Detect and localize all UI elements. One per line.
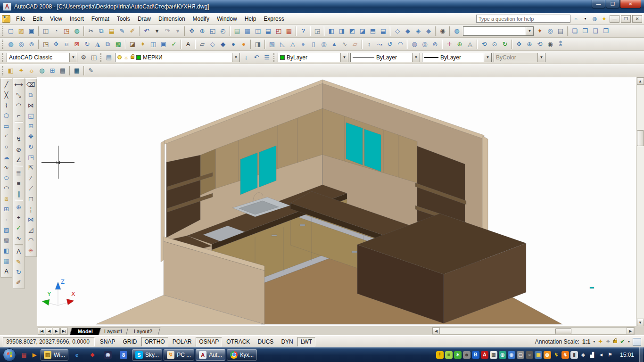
menu-modify[interactable]: Modify	[189, 14, 213, 24]
tray-notes-icon[interactable]: ≡	[445, 351, 453, 359]
annotation-visibility-icon[interactable]: ✦	[598, 338, 603, 345]
menu-draw[interactable]: Draw	[134, 14, 155, 24]
taper-faces-icon[interactable]: ◮	[92, 39, 103, 49]
line-icon[interactable]: ╱	[1, 79, 12, 90]
dim-arc-length-icon[interactable]: ◠	[14, 100, 24, 110]
move-icon[interactable]: ✥	[26, 131, 36, 141]
view-right-icon[interactable]: ◪	[357, 26, 368, 36]
combo-arrow-icon[interactable]: ▼	[412, 53, 420, 62]
cylinder-icon[interactable]: ▯	[308, 39, 319, 49]
revcloud-icon[interactable]: ☁	[1, 152, 12, 162]
toolbar-grip[interactable]	[273, 53, 275, 62]
advanced-render-settings-icon[interactable]: ▤	[58, 66, 68, 76]
coordinate-display[interactable]: 39508.8027, 20327.9696, 0.0000	[3, 337, 95, 346]
layer-previous-icon[interactable]: ↶	[251, 52, 262, 63]
3d-pan-icon[interactable]: ✥	[514, 39, 524, 49]
clean-icon[interactable]: ✦	[138, 39, 148, 49]
paste-icon[interactable]: ⬓	[107, 26, 117, 36]
combo-arrow-icon[interactable]: ▼	[232, 53, 239, 62]
close-button[interactable]: ✕	[620, 0, 641, 8]
plot-preview-icon[interactable]: ◔	[51, 26, 61, 36]
vs-2d-wireframe-icon[interactable]: ▱	[197, 39, 207, 49]
table-icon[interactable]: ▦	[1, 255, 12, 266]
quickcalc-icon[interactable]: ▦	[284, 26, 294, 36]
toggle-snap[interactable]: SNAP	[97, 337, 119, 346]
designcenter-icon[interactable]: ▦	[242, 26, 253, 36]
center-mark-icon[interactable]: +	[14, 212, 24, 222]
break-icon[interactable]: ¦	[26, 204, 36, 214]
tab-layout2[interactable]: Layout2	[125, 328, 160, 335]
vertical-scroll-thumb[interactable]	[637, 130, 644, 146]
box-icon[interactable]: ▧	[267, 39, 277, 49]
sun-properties-icon[interactable]: ☼	[26, 66, 37, 76]
revolve-icon[interactable]: ↺	[385, 39, 395, 49]
fillet-icon[interactable]: ◠	[26, 235, 36, 245]
3d-rotate-icon[interactable]: ⊕	[454, 39, 465, 49]
toggle-otrack[interactable]: OTRACK	[223, 337, 253, 346]
tray-icq-icon[interactable]: ✶	[454, 351, 462, 359]
scroll-right-icon[interactable]: ▶	[627, 328, 634, 334]
ellipse-icon[interactable]: ⬭	[1, 173, 12, 183]
layer-combo[interactable]: ☼ МЕРКИ ▼	[115, 53, 240, 62]
planar-mapping-icon[interactable]: ⊞	[47, 66, 58, 76]
media-player-icon[interactable]: ▶	[30, 350, 39, 360]
undo-list-icon[interactable]: ▾	[152, 26, 162, 36]
scroll-up-icon[interactable]: ▲	[637, 77, 644, 85]
taskbar-pin-app[interactable]: ◆	[85, 349, 99, 361]
render-settings-icon[interactable]: ▤	[555, 26, 566, 36]
vs-realistic-icon[interactable]: ●	[228, 39, 239, 49]
sweep-icon[interactable]: ↝	[374, 39, 385, 49]
doc-close-button[interactable]: ✕	[632, 15, 642, 23]
tray-phone-blue-icon[interactable]: ◉	[508, 351, 515, 359]
annotation-scale-arrow-icon[interactable]: ▾	[593, 339, 595, 344]
circle-icon[interactable]: ○	[1, 141, 12, 152]
toggle-dyn[interactable]: DYN	[278, 337, 296, 346]
offset-faces-icon[interactable]: ⧈	[61, 39, 72, 49]
help-icon[interactable]: ?	[298, 26, 308, 36]
multiline-text-icon[interactable]: A	[1, 266, 12, 276]
layer-freeze-sun-icon[interactable]: ☼	[124, 54, 129, 61]
view-se-iso-icon[interactable]: ◆	[403, 26, 413, 36]
doc-restore-button[interactable]: ❐	[621, 15, 631, 23]
tab-nav-3-icon[interactable]: ▶|	[60, 328, 68, 335]
zoom-realtime-icon[interactable]: ⊕	[197, 26, 207, 36]
free-orbit-icon[interactable]: ⊙	[489, 39, 500, 49]
dim-aligned-icon[interactable]: ⤡	[14, 90, 24, 100]
scroll-left-icon[interactable]: ◀	[432, 328, 440, 334]
tray-alert-icon[interactable]: !	[436, 351, 444, 359]
scale-icon[interactable]: ◳	[26, 152, 36, 162]
dim-text-edit-icon[interactable]: ✎	[14, 256, 24, 267]
polygon-icon[interactable]: ⬠	[1, 110, 12, 121]
plot-icon[interactable]: ◫	[41, 26, 51, 36]
3d-move-icon[interactable]: ✛	[444, 39, 454, 49]
mirror-icon[interactable]: ⋈	[26, 100, 36, 110]
linetype-combo[interactable]: ByLayer ▼	[350, 53, 420, 62]
redo-list-icon[interactable]: ▾	[173, 26, 183, 36]
view-nw-iso-icon[interactable]: ◆	[423, 26, 434, 36]
search-dropdown-icon[interactable]: ▾	[581, 15, 589, 23]
tray-bluetooth-icon[interactable]: B	[472, 351, 479, 359]
kitchen-3d-model[interactable]: Z Y X	[37, 77, 636, 326]
draworder-above-icon[interactable]: ❑	[590, 26, 601, 36]
tray-display-gray-icon[interactable]: ▢	[517, 351, 524, 359]
vs-3d-wireframe-icon[interactable]: ◇	[207, 39, 218, 49]
taskbar-chrome-kitchen[interactable]: Кух...	[227, 349, 257, 361]
layout-viewport-icon[interactable]: ◲	[312, 26, 322, 36]
layer-on-bulb-icon[interactable]	[117, 55, 122, 59]
undo-icon[interactable]: ↶	[141, 26, 152, 36]
dim-baseline-icon[interactable]: ≡	[14, 178, 24, 189]
start-button[interactable]	[3, 348, 16, 362]
toolbar-grip[interactable]	[2, 66, 4, 75]
toolbar-grip[interactable]	[2, 40, 4, 49]
make-object-layer-current-icon[interactable]: ↓	[241, 52, 251, 63]
manage-visual-styles-icon[interactable]: ◨	[253, 39, 263, 49]
tab-nav-0-icon[interactable]: |◀	[38, 328, 45, 335]
polyline-icon[interactable]: ⌇	[1, 100, 12, 110]
horizontal-scroll-thumb[interactable]	[555, 328, 571, 334]
join-icon[interactable]: ⋈	[26, 214, 36, 224]
dim-radius-icon[interactable]: ◔	[14, 123, 24, 134]
block-editor-icon[interactable]: ✐	[127, 26, 138, 36]
dim-style-icon[interactable]: ✐	[14, 277, 24, 288]
rotate-faces-icon[interactable]: ↻	[82, 39, 92, 49]
toolbar-grip[interactable]	[100, 53, 102, 62]
